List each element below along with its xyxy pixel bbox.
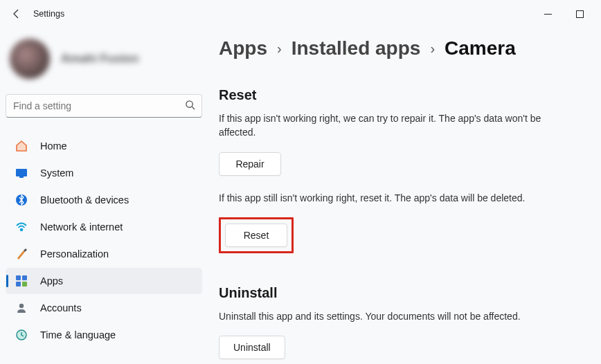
breadcrumb-apps[interactable]: Apps	[219, 37, 267, 60]
search-input[interactable]	[6, 94, 202, 118]
minimize-button[interactable]	[532, 3, 564, 25]
svg-line-3	[192, 107, 195, 109]
system-icon	[15, 167, 28, 179]
sidebar-item-label: Bluetooth & devices	[40, 194, 129, 206]
sidebar-item-bluetooth[interactable]: Bluetooth & devices	[6, 187, 202, 213]
profile-block[interactable]: Amahi Fusion	[6, 33, 202, 91]
reset-highlight: Reset	[219, 217, 294, 253]
uninstall-description: Uninstall this app and its settings. You…	[219, 309, 584, 323]
sidebar-item-home[interactable]: Home	[6, 133, 202, 159]
svg-point-7	[21, 229, 23, 231]
sidebar-item-label: Apps	[40, 275, 63, 286]
reset-button[interactable]: Reset	[225, 224, 287, 247]
svg-point-12	[19, 304, 24, 308]
svg-rect-1	[576, 10, 583, 17]
repair-button[interactable]: Repair	[219, 152, 281, 176]
nav-list: Home System Bluetooth & devices Network …	[6, 133, 202, 348]
sidebar-item-label: Time & language	[40, 329, 116, 340]
back-button[interactable]	[10, 7, 24, 21]
wifi-icon	[15, 221, 28, 233]
brush-icon	[15, 248, 28, 260]
breadcrumb: Apps › Installed apps › Camera	[219, 37, 584, 60]
reset-section-title: Reset	[219, 87, 584, 103]
sidebar-item-system[interactable]: System	[6, 160, 202, 186]
titlebar: Settings	[0, 0, 601, 28]
sidebar-item-label: Home	[40, 140, 67, 152]
content-pane: Apps › Installed apps › Camera Reset If …	[208, 28, 601, 364]
avatar	[10, 39, 50, 79]
home-icon	[15, 140, 28, 152]
maximize-button[interactable]	[564, 3, 595, 25]
arrow-left-icon	[11, 8, 22, 19]
svg-point-2	[186, 101, 192, 107]
reset-description: If this app still isn't working right, r…	[219, 191, 584, 205]
svg-rect-9	[22, 275, 27, 280]
search-wrap	[6, 94, 202, 118]
titlebar-left: Settings	[10, 7, 64, 21]
svg-rect-5	[19, 176, 24, 178]
svg-rect-10	[16, 282, 21, 286]
repair-description: If this app isn't working right, we can …	[219, 111, 551, 140]
sidebar-item-accounts[interactable]: Accounts	[6, 295, 202, 321]
sidebar-item-label: Accounts	[40, 302, 82, 313]
svg-rect-8	[16, 275, 21, 280]
sidebar-item-network[interactable]: Network & internet	[6, 214, 202, 240]
sidebar-item-time-language[interactable]: Time & language	[6, 322, 202, 348]
breadcrumb-installed[interactable]: Installed apps	[291, 37, 421, 60]
chevron-right-icon: ›	[430, 41, 435, 57]
maximize-icon	[576, 10, 584, 18]
minimize-icon	[544, 10, 552, 18]
search-icon	[185, 100, 195, 112]
sidebar-item-label: Network & internet	[40, 221, 123, 233]
globe-clock-icon	[15, 329, 28, 341]
svg-rect-4	[16, 169, 27, 176]
bluetooth-icon	[15, 194, 28, 206]
window-controls	[532, 3, 595, 25]
sidebar: Amahi Fusion Home System	[0, 28, 208, 364]
person-icon	[15, 302, 28, 314]
window-title: Settings	[33, 9, 64, 19]
profile-name: Amahi Fusion	[61, 52, 138, 66]
apps-icon	[15, 275, 28, 287]
uninstall-section-title: Uninstall	[219, 285, 584, 301]
sidebar-item-apps[interactable]: Apps	[6, 268, 202, 294]
uninstall-button[interactable]: Uninstall	[219, 336, 285, 359]
sidebar-item-label: Personalization	[40, 248, 109, 260]
breadcrumb-current: Camera	[445, 37, 516, 60]
svg-rect-11	[22, 282, 27, 286]
sidebar-item-label: System	[40, 167, 73, 179]
chevron-right-icon: ›	[277, 41, 282, 57]
sidebar-item-personalization[interactable]: Personalization	[6, 241, 202, 267]
